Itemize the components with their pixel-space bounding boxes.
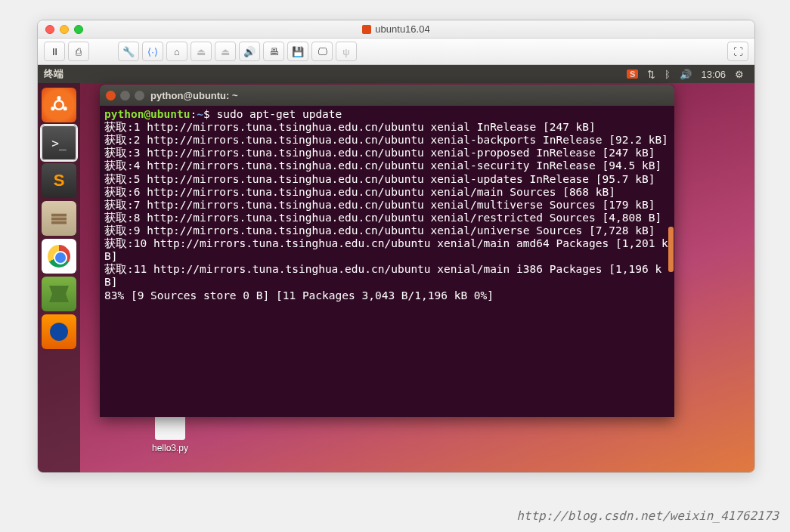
terminal-maximize-button[interactable] [135,91,144,101]
volume-icon[interactable]: 🔊 [680,69,692,80]
sound-icon[interactable]: 🔊 [239,42,260,61]
network-icon[interactable]: ⟨·⟩ [142,42,163,61]
floppy-icon[interactable]: 💾 [287,42,308,61]
terminal-close-button[interactable] [106,91,116,101]
bluetooth-icon[interactable]: ᛒ [665,69,671,80]
ubuntu-icon [362,25,371,34]
clock[interactable]: 13:06 [701,69,726,80]
fullscreen-icon[interactable]: ⛶ [727,42,748,61]
mac-titlebar[interactable]: ubuntu16.04 [38,20,754,39]
system-gear-icon[interactable]: ⚙ [735,69,744,80]
dash-icon[interactable] [42,88,76,122]
svg-point-0 [54,101,64,110]
sublime-launcher-icon[interactable]: S [42,163,76,198]
svg-point-7 [50,323,68,341]
prompt-user: python@ubuntu [104,108,191,120]
command-text: sudo apt-get update [216,108,342,120]
window-title-text: ubuntu16.04 [375,23,429,35]
unity-launcher: >_ S [38,83,80,472]
lock1-icon[interactable]: ⏏ [191,42,212,61]
scrollbar-thumb[interactable] [668,227,674,272]
network-indicator-icon[interactable]: ⇅ [647,69,655,80]
input-method-indicator[interactable]: S [627,70,638,79]
terminal-title-text: python@ubuntu: ~ [150,90,238,101]
prompt-sym: $ [203,108,216,120]
svg-rect-5 [51,218,67,221]
svg-point-1 [57,96,60,100]
terminal-scrollbar[interactable] [667,106,674,417]
ubuntu-top-panel[interactable]: 终端 S ⇅ ᛒ 🔊 13:06 ⚙ [38,65,754,83]
terminal-output: 获取:1 http://mirrors.tuna.tsinghua.edu.cn… [104,121,668,301]
usb-icon[interactable]: ψ [336,42,357,61]
display-icon[interactable]: 🖵 [311,42,333,61]
prompt-path: ~ [197,108,203,120]
terminal-body[interactable]: python@ubuntu:~$ sudo apt-get update 获取:… [100,106,674,417]
file-label: hello3.py [144,443,197,453]
svg-rect-6 [51,221,67,224]
lock2-icon[interactable]: ⏏ [215,42,236,61]
terminal-titlebar[interactable]: python@ubuntu: ~ [100,85,674,106]
snapshot-button[interactable]: ⎙ [68,42,89,61]
svg-point-2 [64,107,67,110]
terminal-launcher-icon[interactable]: >_ [42,125,76,160]
vm-toolbar: ⏸ ⎙ 🔧 ⟨·⟩ ⌂ ⏏ ⏏ 🔊 🖶 💾 🖵 ψ ⛶ [38,39,754,65]
window-title: ubuntu16.04 [38,23,754,35]
prompt-sep: : [191,108,197,120]
terminal-minimize-button[interactable] [120,91,130,101]
chrome-launcher-icon[interactable] [42,239,76,274]
help-launcher-icon[interactable] [42,277,76,311]
ubuntu-guest-desktop: 终端 S ⇅ ᛒ 🔊 13:06 ⚙ >_ S [38,65,754,472]
files-launcher-icon[interactable] [42,201,76,236]
printer-icon[interactable]: 🖶 [263,42,284,61]
firefox-launcher-icon[interactable] [42,314,76,349]
pause-button[interactable]: ⏸ [44,42,65,61]
svg-rect-4 [51,214,67,217]
active-app-menu[interactable]: 终端 [44,67,64,81]
watermark-text: http://blog.csdn.net/weixin_41762173 [516,509,779,523]
terminal-window[interactable]: python@ubuntu: ~ python@ubuntu:~$ sudo a… [100,85,674,417]
running-apps-stack[interactable] [42,352,76,405]
settings-icon[interactable]: 🔧 [118,42,139,61]
vm-host-window: ubuntu16.04 ⏸ ⎙ 🔧 ⟨·⟩ ⌂ ⏏ ⏏ 🔊 🖶 💾 🖵 ψ ⛶ … [37,20,755,473]
svg-point-3 [51,107,54,110]
disk-icon[interactable]: ⌂ [166,42,187,61]
